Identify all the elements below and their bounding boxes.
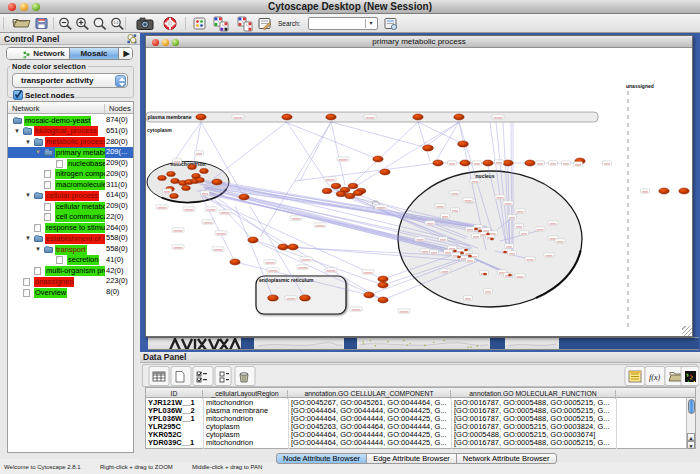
svg-text:1:1: 1:1	[114, 21, 119, 25]
svg-text:unassigned: unassigned	[626, 83, 654, 89]
svg-text:plasma membrane: plasma membrane	[148, 114, 192, 120]
svg-text:f(x): f(x)	[649, 373, 660, 382]
svg-text:endoplasmic reticulum: endoplasmic reticulum	[259, 277, 314, 283]
svg-text:cytoplasm: cytoplasm	[147, 127, 172, 133]
svg-text:nucleus: nucleus	[476, 173, 495, 179]
